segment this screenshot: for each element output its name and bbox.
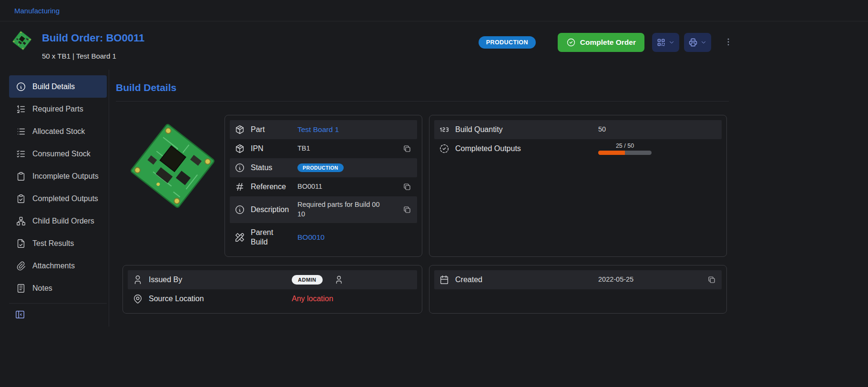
part-details-card: Part Test Board 1 IPN TB1 Status PRODUCT… [225, 115, 422, 257]
copy-icon [403, 183, 411, 191]
clipboard-icon [16, 171, 26, 182]
row-value: Required parts for Build 0010 [297, 200, 382, 219]
created-card: Created 2022-05-25 [429, 265, 727, 314]
page-header: Build Order: BO0011 50 x TB1 | Test Boar… [0, 21, 744, 70]
complete-order-label: Complete Order [580, 38, 636, 47]
table-row-source-location: Source Location Any location [128, 289, 417, 308]
list-numbers-icon [16, 104, 26, 114]
section-title: Build Details [116, 82, 729, 93]
sidebar-collapse-icon [15, 309, 25, 320]
pcb-image-large [123, 116, 223, 216]
calendar-icon [439, 275, 449, 285]
sidebar-item-attachments[interactable]: Attachments [9, 255, 107, 277]
sidebar: Build Details Required Parts Allocated S… [9, 70, 109, 326]
breadcrumb-link-manufacturing[interactable]: Manufacturing [14, 7, 60, 15]
sidebar-item-required-parts[interactable]: Required Parts [9, 98, 107, 120]
sidebar-item-label: Allocated Stock [32, 127, 85, 136]
sidebar-item-consumed-stock[interactable]: Consumed Stock [9, 143, 107, 165]
pcb-thumbnail-image [10, 29, 33, 52]
printer-icon [688, 38, 698, 47]
header-actions: PRODUCTION Complete Order [479, 33, 734, 52]
sidebar-item-label: Incomplete Outputs [32, 172, 99, 181]
hash-icon [235, 182, 245, 192]
divider [116, 101, 729, 102]
progress-label: 25 / 50 [598, 143, 652, 149]
sidebar-footer [9, 303, 107, 320]
copy-icon [403, 205, 411, 214]
qrcode-icon [656, 38, 666, 47]
table-row-parent-build: Parent Build BO0010 [230, 223, 417, 252]
tools-icon [235, 232, 245, 243]
sidebar-item-allocated-stock[interactable]: Allocated Stock [9, 120, 107, 143]
sidebar-item-label: Notes [32, 284, 52, 293]
sidebar-item-label: Completed Outputs [32, 194, 98, 203]
source-location-value: Any location [292, 294, 412, 304]
print-actions-button[interactable] [684, 33, 711, 52]
sidebar-item-label: Consumed Stock [32, 150, 91, 158]
sidebar-item-child-build-orders[interactable]: Child Build Orders [9, 210, 107, 232]
progress-fill [598, 151, 625, 155]
title-block: Build Order: BO0011 50 x TB1 | Test Boar… [42, 29, 144, 60]
row-value: TB1 [297, 144, 396, 153]
clipboard-check-icon [16, 194, 26, 204]
part-image[interactable] [123, 115, 218, 257]
copy-button[interactable] [402, 204, 412, 215]
row-label: IPN [251, 144, 292, 153]
header-title-group: Build Order: BO0011 50 x TB1 | Test Boar… [10, 29, 144, 60]
circle-check-icon [566, 38, 576, 47]
sidebar-item-completed-outputs[interactable]: Completed Outputs [9, 187, 107, 210]
details-grid: Part Test Board 1 IPN TB1 Status PRODUCT… [116, 115, 729, 314]
info-circle-icon [235, 163, 245, 173]
package-icon [235, 124, 245, 135]
completed-outputs-progress: 25 / 50 [598, 143, 652, 155]
page-subtitle: 50 x TB1 | Test Board 1 [42, 52, 144, 60]
part-thumbnail[interactable] [10, 29, 33, 52]
parent-build-link[interactable]: BO0010 [297, 233, 412, 243]
part-link[interactable]: Test Board 1 [297, 125, 412, 135]
row-label: Part [251, 125, 292, 134]
copy-button[interactable] [402, 182, 412, 192]
paperclip-icon [16, 261, 26, 271]
table-row-created: Created 2022-05-25 [434, 270, 722, 289]
info-circle-icon [235, 204, 245, 215]
complete-order-button[interactable]: Complete Order [558, 33, 644, 52]
sidebar-item-test-results[interactable]: Test Results [9, 232, 107, 255]
breadcrumb: Manufacturing [0, 0, 868, 21]
row-value: BO0011 [297, 182, 396, 192]
copy-button[interactable] [402, 143, 412, 154]
user-icon [334, 275, 344, 285]
overflow-menu-button[interactable] [723, 34, 734, 51]
main-panel: Build Details Part Test Board 1 IPN TB1 [109, 70, 729, 314]
copy-button[interactable] [706, 275, 717, 285]
barcode-actions-button[interactable] [652, 33, 679, 52]
row-label: Reference [251, 182, 292, 192]
issued-by-badge: ADMIN [292, 275, 323, 285]
sidebar-item-notes[interactable]: Notes [9, 277, 107, 299]
row-label: Build Quantity [455, 125, 592, 134]
table-row-ipn: IPN TB1 [230, 139, 417, 158]
table-row-description: Description Required parts for Build 001… [230, 196, 417, 223]
row-label: Source Location [149, 294, 286, 304]
sidebar-item-label: Attachments [32, 262, 75, 270]
info-circle-icon [16, 81, 26, 92]
sidebar-item-label: Build Details [32, 82, 75, 91]
page-body: Build Details Required Parts Allocated S… [0, 70, 868, 326]
table-row-status: Status PRODUCTION [230, 158, 417, 177]
map-pin-icon [133, 294, 143, 304]
table-row-build-quantity: Build Quantity 50 [434, 120, 722, 139]
sidebar-item-label: Test Results [32, 239, 74, 248]
sidebar-item-build-details[interactable]: Build Details [9, 75, 107, 98]
file-check-icon [16, 238, 26, 249]
chevron-down-icon [668, 39, 675, 46]
row-label: Parent Build [251, 228, 292, 247]
sidebar-collapse-button[interactable] [15, 309, 25, 320]
user-icon [133, 275, 143, 285]
table-row-completed-outputs: Completed Outputs 25 / 50 [434, 139, 722, 158]
sidebar-item-label: Child Build Orders [32, 217, 94, 225]
notes-icon [16, 283, 26, 294]
sitemap-icon [16, 216, 26, 226]
row-label: Issued By [149, 275, 286, 285]
sidebar-item-label: Required Parts [32, 105, 83, 113]
sidebar-item-incomplete-outputs[interactable]: Incomplete Outputs [9, 165, 107, 187]
status-badge: PRODUCTION [297, 163, 344, 172]
